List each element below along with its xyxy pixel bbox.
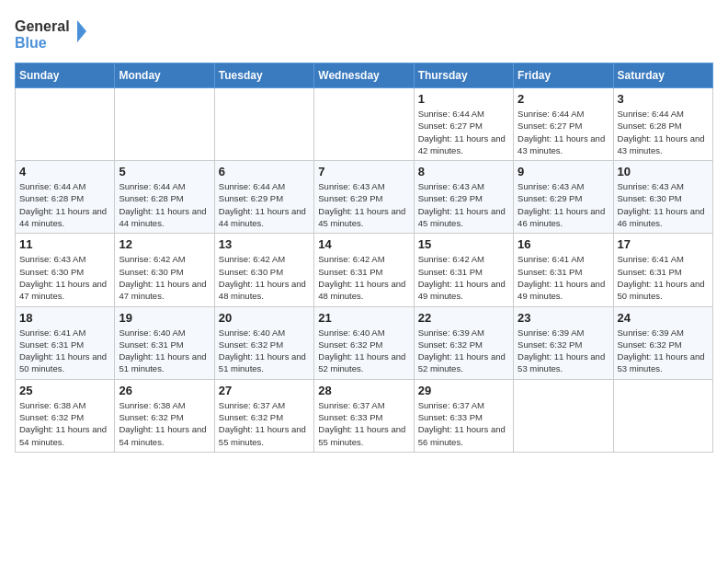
day-info: Sunrise: 6:44 AM Sunset: 6:28 PM Dayligh… [618,108,709,156]
day-number: 11 [19,237,110,251]
day-info: Sunrise: 6:37 AM Sunset: 6:32 PM Dayligh… [219,399,310,448]
day-number: 20 [219,311,310,325]
day-info: Sunrise: 6:38 AM Sunset: 6:32 PM Dayligh… [19,399,110,448]
day-number: 24 [618,311,709,325]
page-header: GeneralBlue [15,15,713,52]
calendar-day-cell: 23Sunrise: 6:39 AM Sunset: 6:32 PM Dayli… [514,306,613,379]
day-number: 9 [518,165,609,178]
calendar-week-row: 18Sunrise: 6:41 AM Sunset: 6:31 PM Dayli… [16,306,713,379]
calendar-day-cell: 29Sunrise: 6:37 AM Sunset: 6:33 PM Dayli… [414,379,513,452]
day-number: 23 [518,311,609,325]
calendar-day-cell: 13Sunrise: 6:42 AM Sunset: 6:30 PM Dayli… [214,234,313,306]
day-info: Sunrise: 6:44 AM Sunset: 6:28 PM Dayligh… [19,180,110,229]
calendar-day-cell: 16Sunrise: 6:41 AM Sunset: 6:31 PM Dayli… [514,234,613,306]
logo: GeneralBlue [15,15,88,52]
day-number: 28 [318,384,409,397]
calendar-day-cell: 21Sunrise: 6:40 AM Sunset: 6:32 PM Dayli… [314,306,414,379]
calendar-day-cell [514,379,613,452]
day-number: 7 [318,165,409,178]
calendar-day-cell: 3Sunrise: 6:44 AM Sunset: 6:28 PM Daylig… [613,88,712,161]
calendar-day-cell: 17Sunrise: 6:41 AM Sunset: 6:31 PM Dayli… [613,234,712,306]
day-number: 21 [318,311,409,325]
calendar-day-cell [115,88,214,161]
day-number: 6 [219,165,310,178]
day-info: Sunrise: 6:43 AM Sunset: 6:30 PM Dayligh… [618,180,709,229]
calendar-day-cell: 28Sunrise: 6:37 AM Sunset: 6:33 PM Dayli… [314,379,414,452]
day-info: Sunrise: 6:44 AM Sunset: 6:29 PM Dayligh… [219,180,310,229]
day-number: 3 [618,92,709,106]
calendar-table: SundayMondayTuesdayWednesdayThursdayFrid… [15,63,713,453]
calendar-day-cell: 7Sunrise: 6:43 AM Sunset: 6:29 PM Daylig… [314,161,414,234]
day-info: Sunrise: 6:44 AM Sunset: 6:27 PM Dayligh… [418,108,509,156]
day-of-week-header: Thursday [414,63,513,88]
calendar-day-cell: 15Sunrise: 6:42 AM Sunset: 6:31 PM Dayli… [414,234,513,306]
day-number: 12 [119,237,210,251]
day-number: 1 [418,92,509,106]
calendar-day-cell: 11Sunrise: 6:43 AM Sunset: 6:30 PM Dayli… [16,234,115,306]
day-info: Sunrise: 6:42 AM Sunset: 6:31 PM Dayligh… [418,253,509,302]
day-info: Sunrise: 6:40 AM Sunset: 6:31 PM Dayligh… [119,327,210,375]
day-number: 27 [219,384,310,397]
day-number: 22 [418,311,509,325]
calendar-header-row: SundayMondayTuesdayWednesdayThursdayFrid… [16,63,713,88]
day-number: 19 [119,311,210,325]
logo-icon: GeneralBlue [15,15,88,52]
day-number: 25 [19,384,110,397]
calendar-day-cell: 14Sunrise: 6:42 AM Sunset: 6:31 PM Dayli… [314,234,414,306]
svg-text:General: General [15,18,70,34]
day-info: Sunrise: 6:39 AM Sunset: 6:32 PM Dayligh… [618,327,709,375]
calendar-day-cell: 25Sunrise: 6:38 AM Sunset: 6:32 PM Dayli… [16,379,115,452]
day-info: Sunrise: 6:42 AM Sunset: 6:30 PM Dayligh… [119,253,210,302]
day-number: 14 [318,237,409,251]
day-number: 2 [518,92,609,106]
day-number: 17 [618,237,709,251]
calendar-week-row: 1Sunrise: 6:44 AM Sunset: 6:27 PM Daylig… [16,88,713,161]
day-number: 16 [518,237,609,251]
day-info: Sunrise: 6:38 AM Sunset: 6:32 PM Dayligh… [119,399,210,448]
day-number: 15 [418,237,509,251]
day-number: 4 [19,165,110,178]
day-number: 18 [19,311,110,325]
day-info: Sunrise: 6:40 AM Sunset: 6:32 PM Dayligh… [318,327,409,375]
day-info: Sunrise: 6:42 AM Sunset: 6:30 PM Dayligh… [219,253,310,302]
day-of-week-header: Monday [115,63,214,88]
calendar-day-cell [314,88,414,161]
day-info: Sunrise: 6:39 AM Sunset: 6:32 PM Dayligh… [518,327,609,375]
day-number: 5 [119,165,210,178]
svg-text:Blue: Blue [15,35,47,51]
day-info: Sunrise: 6:42 AM Sunset: 6:31 PM Dayligh… [318,253,409,302]
day-info: Sunrise: 6:43 AM Sunset: 6:30 PM Dayligh… [19,253,110,302]
calendar-day-cell: 6Sunrise: 6:44 AM Sunset: 6:29 PM Daylig… [214,161,313,234]
day-info: Sunrise: 6:40 AM Sunset: 6:32 PM Dayligh… [219,327,310,375]
calendar-day-cell: 22Sunrise: 6:39 AM Sunset: 6:32 PM Dayli… [414,306,513,379]
calendar-day-cell: 10Sunrise: 6:43 AM Sunset: 6:30 PM Dayli… [613,161,712,234]
calendar-day-cell: 1Sunrise: 6:44 AM Sunset: 6:27 PM Daylig… [414,88,513,161]
calendar-day-cell: 4Sunrise: 6:44 AM Sunset: 6:28 PM Daylig… [16,161,115,234]
day-info: Sunrise: 6:43 AM Sunset: 6:29 PM Dayligh… [418,180,509,229]
day-info: Sunrise: 6:39 AM Sunset: 6:32 PM Dayligh… [418,327,509,375]
calendar-day-cell [214,88,313,161]
calendar-week-row: 25Sunrise: 6:38 AM Sunset: 6:32 PM Dayli… [16,379,713,452]
day-of-week-header: Wednesday [314,63,414,88]
day-of-week-header: Friday [514,63,613,88]
day-of-week-header: Saturday [613,63,712,88]
day-info: Sunrise: 6:41 AM Sunset: 6:31 PM Dayligh… [618,253,709,302]
day-info: Sunrise: 6:41 AM Sunset: 6:31 PM Dayligh… [19,327,110,375]
day-info: Sunrise: 6:44 AM Sunset: 6:27 PM Dayligh… [518,108,609,156]
day-number: 29 [418,384,509,397]
day-info: Sunrise: 6:37 AM Sunset: 6:33 PM Dayligh… [318,399,409,448]
day-info: Sunrise: 6:44 AM Sunset: 6:28 PM Dayligh… [119,180,210,229]
calendar-day-cell: 20Sunrise: 6:40 AM Sunset: 6:32 PM Dayli… [214,306,313,379]
day-info: Sunrise: 6:43 AM Sunset: 6:29 PM Dayligh… [518,180,609,229]
day-number: 13 [219,237,310,251]
day-info: Sunrise: 6:41 AM Sunset: 6:31 PM Dayligh… [518,253,609,302]
calendar-day-cell [16,88,115,161]
calendar-day-cell: 8Sunrise: 6:43 AM Sunset: 6:29 PM Daylig… [414,161,513,234]
calendar-week-row: 4Sunrise: 6:44 AM Sunset: 6:28 PM Daylig… [16,161,713,234]
calendar-day-cell: 12Sunrise: 6:42 AM Sunset: 6:30 PM Dayli… [115,234,214,306]
day-of-week-header: Sunday [16,63,115,88]
day-info: Sunrise: 6:43 AM Sunset: 6:29 PM Dayligh… [318,180,409,229]
calendar-day-cell: 9Sunrise: 6:43 AM Sunset: 6:29 PM Daylig… [514,161,613,234]
calendar-day-cell: 27Sunrise: 6:37 AM Sunset: 6:32 PM Dayli… [214,379,313,452]
calendar-week-row: 11Sunrise: 6:43 AM Sunset: 6:30 PM Dayli… [16,234,713,306]
